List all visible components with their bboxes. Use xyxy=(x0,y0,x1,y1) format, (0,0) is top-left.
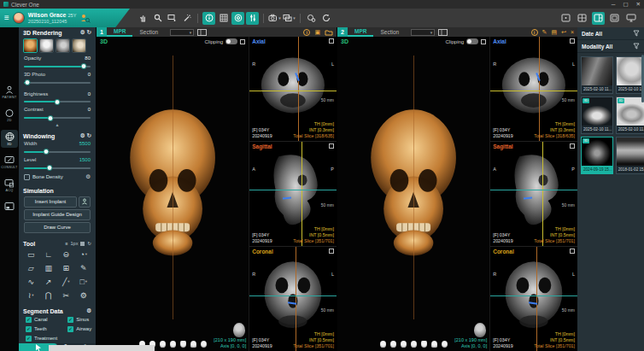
info-overlay-button[interactable] xyxy=(202,12,215,25)
arrow-annotation-tool[interactable]: ↗ xyxy=(40,275,58,289)
segment-airway[interactable]: ✓Airway xyxy=(62,325,96,334)
thickness-value[interactable]: 1px xyxy=(71,241,79,246)
gear-icon[interactable]: ⚙ xyxy=(80,30,85,36)
tooth-segment-tool[interactable]: ⋂ xyxy=(40,289,58,302)
hamburger-menu-icon[interactable]: ≡ xyxy=(4,14,9,22)
fullscreen-icon[interactable] xyxy=(329,249,334,254)
rail-item-3d[interactable]: 3D xyxy=(1,130,18,148)
wand-tool-button[interactable] xyxy=(180,12,193,25)
implant-guide-design-button[interactable]: Implant Guide Design xyxy=(24,209,91,220)
fullscreen-icon[interactable] xyxy=(240,39,245,44)
memo-tool[interactable]: ✎ xyxy=(75,261,93,275)
sagittal-slice-2[interactable]: Sagittal A P 50 mm [F] 034Y20240919 TH [… xyxy=(490,142,577,247)
undo-icon[interactable]: ↩ xyxy=(561,29,566,35)
close-viewport-icon[interactable]: × xyxy=(571,29,574,35)
insert-implant-button[interactable]: Insert Implant xyxy=(24,196,77,208)
level-track[interactable] xyxy=(24,167,91,169)
sync-button[interactable] xyxy=(319,12,332,25)
rail-item-2d[interactable]: 2D xyxy=(1,107,18,124)
airway-checkbox[interactable]: ✓ xyxy=(67,326,73,332)
axial-slice-2[interactable]: Axial R L 50 mm [F] 034Y20240919 TH [0mm… xyxy=(490,37,577,142)
rect-annotation-tool[interactable]: □▾ xyxy=(75,275,93,289)
hand-tool-button[interactable] xyxy=(137,12,149,25)
line-weight-icon[interactable]: ≡ xyxy=(65,241,67,246)
opacity-track[interactable] xyxy=(24,66,91,67)
view-bottom-icon[interactable] xyxy=(190,341,196,348)
crosshair-overlay-button[interactable] xyxy=(231,12,244,25)
folder-icon[interactable] xyxy=(325,29,333,36)
dropdown-caret-icon[interactable]: ▾ xyxy=(293,15,296,20)
view-back-icon[interactable] xyxy=(390,341,396,348)
layout-grid-button[interactable] xyxy=(576,12,588,25)
filter-funnel-icon[interactable] xyxy=(633,30,640,37)
view-top-icon[interactable] xyxy=(180,341,186,348)
sinus-checkbox[interactable]: ✓ xyxy=(67,317,73,323)
link-settings-button[interactable] xyxy=(305,12,318,25)
preset-bone-white[interactable] xyxy=(39,38,54,53)
fullscreen-icon[interactable] xyxy=(329,143,334,149)
gear-icon[interactable]: ⚙ xyxy=(80,133,85,139)
draw-curve-button[interactable]: Draw Curve xyxy=(24,222,91,233)
dual-monitor-button[interactable] xyxy=(624,12,637,25)
reset-icon[interactable]: ↻ xyxy=(87,241,91,246)
brightness-knob[interactable] xyxy=(55,99,61,105)
gear-icon[interactable]: ⚙ xyxy=(86,308,91,314)
collapse-arrow-icon[interactable]: ▴ xyxy=(19,122,96,127)
crosshair-horizontal[interactable] xyxy=(490,295,577,296)
curve-path-tool[interactable]: ≀▾ xyxy=(22,289,40,302)
magnify-button[interactable] xyxy=(151,12,164,25)
tab-mpr-2[interactable]: MPR xyxy=(348,27,373,37)
study-thumbnail-arch-scan[interactable]: 3D 2025-02-10 11... xyxy=(581,97,613,134)
segment-teeth[interactable]: ✓Teeth xyxy=(20,325,62,334)
study-thumbnail-face[interactable]: 2025-02-10 11... xyxy=(616,56,644,94)
tab-mpr-1[interactable]: MPR xyxy=(107,27,132,37)
orientation-head-widget[interactable] xyxy=(474,323,486,337)
view-front-icon[interactable] xyxy=(380,341,386,348)
date-filter-row[interactable]: Date All xyxy=(577,27,644,40)
opacity-knob[interactable] xyxy=(81,63,87,69)
card-icon[interactable]: ▤ xyxy=(551,29,557,35)
info-circle-icon[interactable]: i xyxy=(303,29,310,36)
preset-gray-side[interactable] xyxy=(56,38,70,53)
fullscreen-icon[interactable] xyxy=(481,39,486,44)
photo-knob[interactable] xyxy=(24,79,30,85)
arc-measure-tool[interactable]: ◔▾ xyxy=(75,248,93,261)
camera-capture-button[interactable]: ▾ xyxy=(268,12,281,25)
profile-tool[interactable]: ▥ xyxy=(40,261,58,275)
tool-settings[interactable]: ⚙ xyxy=(75,289,93,302)
close-button[interactable]: ✕ xyxy=(636,2,641,8)
treatment-checkbox[interactable]: ✓ xyxy=(26,336,32,342)
3d-view-2[interactable]: 3D Clipping xyxy=(337,37,489,351)
filter-funnel-icon[interactable] xyxy=(633,43,640,50)
minimize-button[interactable]: ─ xyxy=(612,2,616,8)
screen-add-button[interactable] xyxy=(166,12,179,25)
area-tool[interactable]: ▱ xyxy=(22,261,40,275)
angle-tool[interactable]: ∟ xyxy=(40,248,58,261)
capture-panel-tool[interactable]: ⊞ xyxy=(57,261,75,275)
tab-section-1[interactable]: Section xyxy=(132,27,165,37)
study-thumbnail-ceph[interactable]: 2025-02-10 11... xyxy=(581,56,613,94)
axial-slice-1[interactable]: Axial R L 50 mm [F] 034Y20240919 TH [0mm… xyxy=(249,37,337,142)
implant-library-button[interactable] xyxy=(79,196,91,208)
study-thumbnail-arch-model[interactable]: 3D 2025-02-10 11... xyxy=(616,97,644,134)
bone-density-checkbox[interactable] xyxy=(24,174,30,180)
pane-layout-icon[interactable] xyxy=(197,29,207,36)
dropdown-caret-icon[interactable]: ▾ xyxy=(278,15,281,20)
gear-icon[interactable]: ⚙ xyxy=(85,174,91,180)
width-knob[interactable] xyxy=(43,149,49,155)
maximize-button[interactable]: ▢ xyxy=(623,2,628,8)
grid-overlay-button[interactable] xyxy=(217,12,230,25)
clipping-toggle[interactable] xyxy=(225,38,237,44)
rail-item-acq[interactable]: ACQ xyxy=(1,177,18,194)
badge-icon[interactable]: ▣ xyxy=(314,29,320,35)
view-right-icon[interactable] xyxy=(411,341,417,348)
width-track[interactable] xyxy=(24,151,91,153)
contrast-track[interactable] xyxy=(24,117,91,119)
fullscreen-icon[interactable] xyxy=(329,38,334,44)
pen-icon[interactable]: ✎ xyxy=(542,29,547,35)
info-circle-icon[interactable]: i xyxy=(531,29,538,36)
fullscreen-icon[interactable] xyxy=(570,143,575,149)
pane-layout-icon[interactable] xyxy=(438,29,448,36)
crosshair-horizontal[interactable] xyxy=(490,91,577,91)
view-rotate-icon[interactable] xyxy=(442,341,448,348)
